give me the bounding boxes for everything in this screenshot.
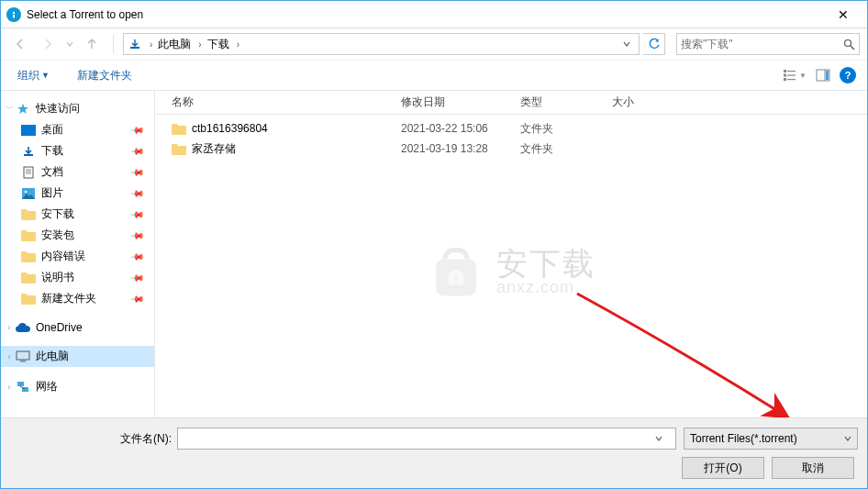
breadcrumb-folder[interactable]: 下载 <box>206 37 231 52</box>
sidebar-item-pictures[interactable]: 图片 📌 <box>1 183 154 204</box>
chevron-right-icon[interactable]: › <box>233 39 243 50</box>
expand-icon[interactable]: › <box>5 352 14 361</box>
sidebar-item-folder[interactable]: 安装包 📌 <box>1 225 154 246</box>
expand-icon[interactable]: ﹀ <box>5 103 14 115</box>
folder-icon <box>21 250 36 262</box>
file-date: 2021-03-22 15:06 <box>395 122 515 135</box>
open-button[interactable]: 打开(O) <box>682 457 764 479</box>
pin-icon: 📌 <box>130 164 145 179</box>
watermark-en: anxz.com <box>496 279 595 295</box>
file-row[interactable]: ctb1616396804 2021-03-22 15:06 文件夹 <box>166 118 867 139</box>
sidebar-quick-access[interactable]: ﹀ 快速访问 <box>1 98 154 119</box>
search-icon[interactable] <box>843 39 855 50</box>
sidebar-network[interactable]: › 网络 <box>1 376 154 397</box>
col-name[interactable]: 名称 <box>166 94 395 110</box>
sidebar-item-label: 下载 <box>41 143 127 159</box>
new-folder-button[interactable]: 新建文件夹 <box>72 64 138 87</box>
sidebar: ﹀ 快速访问 桌面 📌 下载 📌 <box>1 91 155 417</box>
chevron-right-icon[interactable]: › <box>146 39 156 50</box>
pin-icon: 📌 <box>130 206 145 221</box>
app-icon <box>6 7 21 22</box>
bag-icon <box>427 242 485 301</box>
sidebar-item-label: 说明书 <box>41 270 127 285</box>
file-list-body[interactable]: ctb1616396804 2021-03-22 15:06 文件夹 家丞存储 … <box>155 115 867 417</box>
nav-up-button[interactable] <box>80 32 104 56</box>
sidebar-item-folder[interactable]: 新建文件夹 📌 <box>1 288 154 309</box>
col-date[interactable]: 修改日期 <box>395 94 515 110</box>
view-options-button[interactable]: ▼ <box>783 69 807 82</box>
pin-icon: 📌 <box>130 270 145 284</box>
chevron-right-icon[interactable]: › <box>195 39 205 50</box>
folder-icon <box>172 143 186 155</box>
col-size[interactable]: 大小 <box>606 94 680 110</box>
organize-menu[interactable]: 组织 ▼ <box>12 64 55 87</box>
sidebar-onedrive[interactable]: › OneDrive <box>1 318 154 337</box>
svg-rect-16 <box>24 167 33 178</box>
sidebar-item-label: 此电脑 <box>36 349 149 364</box>
file-type: 文件夹 <box>515 141 606 157</box>
folder-icon <box>21 272 36 283</box>
file-row[interactable]: 家丞存储 2021-03-19 13:28 文件夹 <box>166 139 867 159</box>
filename-input[interactable] <box>182 432 655 445</box>
pin-icon: 📌 <box>130 228 145 242</box>
nav-recent-dropdown[interactable] <box>63 32 76 56</box>
sidebar-this-pc[interactable]: › 此电脑 <box>1 346 154 367</box>
computer-icon <box>16 350 30 363</box>
svg-point-3 <box>845 39 851 46</box>
svg-point-21 <box>25 190 28 193</box>
sidebar-item-folder[interactable]: 安下载 📌 <box>1 204 154 225</box>
refresh-button[interactable] <box>643 33 665 55</box>
svg-rect-23 <box>20 361 26 362</box>
pin-icon: 📌 <box>130 143 145 158</box>
cancel-button[interactable]: 取消 <box>772 457 854 479</box>
expand-icon[interactable]: › <box>5 383 14 392</box>
svg-rect-5 <box>784 70 786 72</box>
sidebar-item-label: 新建文件夹 <box>41 291 127 306</box>
watermark-cn: 安下载 <box>496 248 595 279</box>
pin-icon: 📌 <box>130 122 145 137</box>
picture-icon <box>21 187 36 200</box>
sidebar-item-label: 文档 <box>41 164 127 180</box>
pin-icon: 📌 <box>130 291 145 306</box>
svg-point-28 <box>454 275 458 279</box>
file-name: ctb1616396804 <box>192 122 268 135</box>
cloud-icon <box>16 321 30 334</box>
pin-icon: 📌 <box>130 249 145 263</box>
expand-icon[interactable]: › <box>5 323 14 332</box>
sidebar-item-documents[interactable]: 文档 📌 <box>1 161 154 183</box>
help-button[interactable]: ? <box>840 67 856 83</box>
sidebar-item-label: 安装包 <box>41 228 127 243</box>
svg-rect-8 <box>787 71 796 72</box>
sidebar-item-label: 图片 <box>41 185 127 201</box>
svg-rect-10 <box>787 79 796 80</box>
address-bar[interactable]: › 此电脑› 下载› <box>123 33 640 55</box>
sidebar-item-desktop[interactable]: 桌面 📌 <box>1 119 154 140</box>
sidebar-item-downloads[interactable]: 下载 📌 <box>1 140 154 161</box>
address-dropdown[interactable] <box>618 40 635 48</box>
nav-forward-button[interactable] <box>36 32 60 56</box>
main-area: ﹀ 快速访问 桌面 📌 下载 📌 <box>1 91 867 417</box>
document-icon <box>21 166 36 179</box>
col-type[interactable]: 类型 <box>515 94 606 110</box>
sidebar-item-folder[interactable]: 说明书 📌 <box>1 267 154 288</box>
file-date: 2021-03-19 13:28 <box>395 142 515 155</box>
chevron-down-icon[interactable] <box>655 435 672 442</box>
breadcrumb-root[interactable]: 此电脑 <box>156 37 193 52</box>
filename-combobox[interactable] <box>177 428 676 450</box>
download-icon <box>21 145 36 158</box>
sidebar-item-label: OneDrive <box>36 321 149 334</box>
search-input[interactable] <box>681 38 843 50</box>
filetype-select[interactable]: Torrent Files(*.torrent) <box>684 428 858 450</box>
annotation-arrow <box>550 275 825 417</box>
search-box[interactable] <box>676 33 860 55</box>
svg-rect-27 <box>436 259 476 295</box>
sidebar-item-folder[interactable]: 内容错误 📌 <box>1 246 154 267</box>
folder-icon <box>172 123 186 135</box>
close-button[interactable]: ✕ <box>825 2 862 28</box>
preview-pane-button[interactable] <box>816 69 830 82</box>
svg-rect-2 <box>130 47 139 49</box>
chevron-down-icon: ▼ <box>41 71 50 80</box>
file-open-dialog: Select a Torrent to open ✕ › 此电脑› 下载› <box>0 0 868 489</box>
titlebar: Select a Torrent to open ✕ <box>1 1 867 28</box>
nav-back-button[interactable] <box>8 32 32 56</box>
